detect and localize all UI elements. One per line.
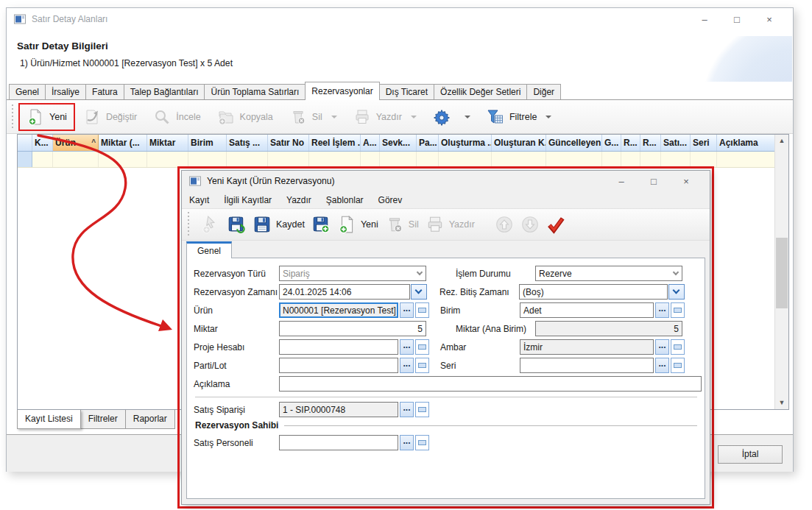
grid-column-header[interactable]: Satış ... ^ (227, 135, 268, 151)
menu-item[interactable]: Şablonlar (326, 195, 364, 205)
tab[interactable]: Dış Ticaret (379, 84, 434, 99)
parti-lot-input[interactable] (279, 358, 398, 373)
menu-item[interactable]: İlgili Kayıtlar (224, 195, 272, 205)
dropdown-caret-icon[interactable] (465, 116, 470, 118)
toolbar-button[interactable]: Yeni (18, 103, 75, 131)
toolbar-button[interactable] (425, 103, 479, 131)
editor-button[interactable] (415, 358, 429, 373)
grid-column-header[interactable]: ^ (18, 135, 32, 151)
lookup-button[interactable]: ... (400, 339, 414, 355)
rezervasyon-turu-select[interactable]: Sipariş (279, 266, 426, 281)
urun-input[interactable]: N000001 [Rezervasyon Test] (279, 302, 398, 318)
editor-button[interactable] (671, 339, 685, 355)
dropdown-caret-icon[interactable] (411, 116, 417, 118)
menu-item[interactable]: Kayıt (189, 195, 209, 205)
tab-genel[interactable]: Genel (186, 241, 232, 258)
dropdown-caret-icon[interactable] (331, 116, 337, 118)
grid-column-header[interactable]: Miktar (... ^ (99, 135, 147, 151)
birim-input[interactable]: Adet (520, 302, 654, 318)
grid-column-header[interactable]: K... ^ (32, 135, 53, 151)
menu-item[interactable]: Görev (378, 195, 403, 205)
seri-input[interactable] (520, 358, 654, 373)
proje-hesabi-input[interactable] (279, 339, 398, 355)
grid-empty-row[interactable] (18, 152, 774, 168)
grid-column-header[interactable]: Satı... ^ (661, 135, 691, 151)
close-icon[interactable]: × (753, 14, 785, 25)
menu-item[interactable]: Yazdır (286, 195, 311, 205)
editor-button[interactable] (415, 302, 429, 318)
tab[interactable]: Ürün Toplama Satırları (204, 84, 306, 99)
editor-button[interactable] (671, 302, 685, 318)
scroll-up-icon[interactable]: ▲ (775, 135, 788, 147)
lookup-button[interactable]: ... (655, 302, 669, 318)
miktar-input[interactable]: 5 (279, 321, 426, 336)
grid-column-header[interactable]: Sevk... ^ (380, 135, 417, 151)
save-button[interactable]: Kaydet (253, 215, 305, 234)
editor-button[interactable] (415, 339, 429, 355)
aciklama-input[interactable] (279, 376, 702, 392)
grid-column-header[interactable]: Reel İşlem ... ^ (309, 135, 361, 151)
toolbar-button[interactable]: İncele (145, 103, 208, 131)
rezervasyon-zamani-input[interactable]: 24.01.2025 14:06 (279, 284, 410, 300)
save-new-button[interactable] (311, 215, 331, 234)
view-tab[interactable]: Raporlar (125, 410, 175, 429)
grid-column-header[interactable]: Açıklama ^ (717, 135, 774, 151)
dialog-maximize-icon[interactable]: □ (638, 176, 670, 187)
tab[interactable]: İrsaliye (45, 84, 86, 99)
grid-column-header[interactable]: Birim ^ (188, 135, 227, 151)
tab[interactable]: Genel (9, 84, 46, 99)
move-up-button[interactable] (495, 215, 514, 234)
grid-column-header[interactable]: A... ^ (361, 135, 380, 151)
grid-column-header[interactable]: Pa... ^ (417, 135, 439, 151)
ambar-input[interactable]: İzmir (520, 339, 654, 355)
cancel-button[interactable]: İptal (718, 445, 783, 464)
dialog-close-icon[interactable]: × (670, 176, 702, 187)
grid-column-header[interactable]: Güncelleyen ... ^ (546, 135, 602, 151)
grid-column-header[interactable]: Seri ^ (691, 135, 717, 151)
grid-column-header[interactable]: R... ^ (640, 135, 661, 151)
maximize-icon[interactable]: □ (721, 14, 753, 25)
lookup-button[interactable]: ... (655, 358, 669, 373)
rez-bitis-zamani-input[interactable]: (Boş) (519, 284, 668, 300)
date-dropdown-button[interactable] (411, 284, 427, 300)
tab[interactable]: Diğer (526, 84, 561, 99)
print-button[interactable]: Yazdır (426, 215, 475, 234)
tab[interactable]: Özellik Değer Setleri (434, 84, 527, 99)
view-tab[interactable]: Filtreler (80, 410, 126, 429)
scrollbar-thumb[interactable] (776, 238, 788, 308)
toolbar-button[interactable]: Kopyala (209, 103, 281, 131)
islem-durumu-select[interactable]: Rezerve (535, 266, 682, 281)
grid-column-header[interactable]: Ürün ^ (53, 135, 99, 151)
editor-button[interactable] (671, 358, 685, 373)
toolbar-button[interactable]: Sil (281, 103, 345, 131)
lookup-button[interactable]: ... (400, 402, 414, 417)
view-tab[interactable]: Kayıt Listesi (17, 410, 81, 429)
dropdown-caret-icon[interactable] (546, 116, 551, 118)
tab[interactable]: Fatura (85, 84, 124, 99)
select-add-button[interactable] (201, 215, 220, 234)
tab[interactable]: Talep Bağlantıları (124, 84, 205, 99)
grid-vertical-scrollbar[interactable]: ▲ ▼ (774, 135, 788, 409)
dialog-minimize-icon[interactable]: – (605, 176, 638, 187)
toolbar-button[interactable]: Değiştir (75, 103, 145, 131)
editor-button[interactable] (415, 402, 429, 417)
scroll-down-icon[interactable]: ▼ (775, 397, 788, 409)
grid-column-header[interactable]: Oluşturma ... ^ (439, 135, 492, 151)
grid-column-header[interactable]: Oluşturan K... ^ (492, 135, 546, 151)
toolbar-button[interactable]: Yazdır (345, 103, 425, 131)
grid-column-header[interactable]: G... ^ (602, 135, 621, 151)
grid-column-header[interactable]: R... ^ (621, 135, 640, 151)
minimize-icon[interactable]: – (688, 14, 721, 25)
tab[interactable]: Rezervasyonlar (305, 82, 379, 100)
date-dropdown-button[interactable] (668, 284, 685, 300)
editor-button[interactable] (415, 435, 429, 450)
approve-button[interactable] (546, 215, 565, 234)
satis-personeli-input[interactable] (279, 435, 398, 450)
lookup-button[interactable]: ... (400, 302, 414, 318)
lookup-button[interactable]: ... (400, 435, 414, 450)
lookup-button[interactable]: ... (400, 358, 414, 373)
new-button[interactable]: Yeni (337, 215, 378, 234)
save-refresh-button[interactable] (227, 215, 246, 234)
delete-button[interactable]: Sil (385, 215, 419, 234)
grid-column-header[interactable]: Satır No ^ (268, 135, 309, 151)
